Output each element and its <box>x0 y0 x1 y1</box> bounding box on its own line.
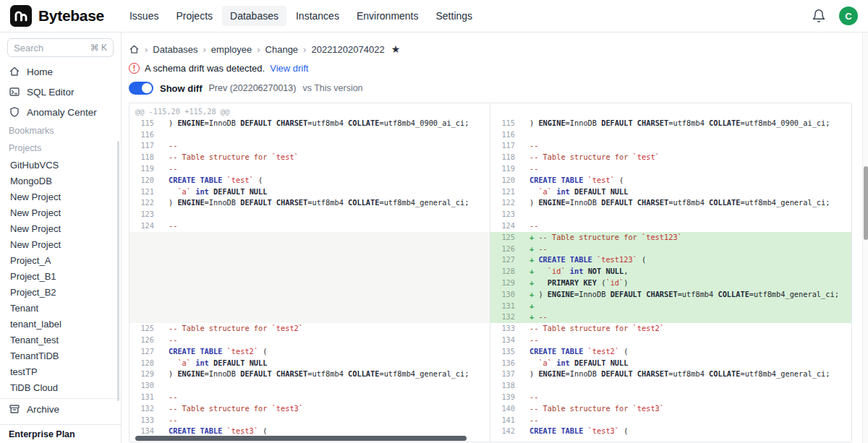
vs-this-version-label: vs This version <box>302 83 362 93</box>
line-number: 132 <box>490 311 522 323</box>
diff-horizontal-scrollbar[interactable] <box>129 434 851 442</box>
sidebar-item-sql-editor[interactable]: SQL Editor <box>0 82 121 102</box>
project-item-testtp[interactable]: testTP <box>0 364 121 379</box>
sidebar: Search ⌘ K HomeSQL EditorAnomaly Center … <box>0 33 122 443</box>
page-scrollbar-thumb[interactable] <box>864 166 868 240</box>
project-item-project-a[interactable]: Project_A <box>0 252 121 268</box>
home-icon <box>9 66 20 77</box>
schema-diff-panel: @@ -115,20 +115,28 @@115) ENGINE=InnoDB … <box>129 103 852 442</box>
line-number: 140 <box>490 403 522 415</box>
diff-context-line: 125-- Table structure for `test2` <box>129 323 490 335</box>
breadcrumb-item-20221202074022[interactable]: 20221202074022 <box>311 44 384 55</box>
sidebar-item-anomaly-center[interactable]: Anomaly Center <box>0 102 121 122</box>
diff-horizontal-scrollbar-thumb[interactable] <box>135 436 467 441</box>
code-text: -- <box>161 163 490 175</box>
code-text: ) ENGINE=InnoDB DEFAULT CHARSET=utf8mb4 … <box>161 197 490 209</box>
view-drift-link[interactable]: View drift <box>270 63 308 74</box>
diff-context-line: 117-- <box>490 140 851 152</box>
sidebar-item-label: SQL Editor <box>27 87 75 98</box>
line-number: 123 <box>490 209 522 220</box>
bookmark-star-icon[interactable]: ★ <box>391 43 401 55</box>
diff-context-line: 119-- <box>490 163 851 175</box>
diff-pane-left: @@ -115,20 +115,28 @@115) ENGINE=InnoDB … <box>129 103 490 442</box>
diff-context-line: 136 `a` int DEFAULT NULL <box>490 358 851 369</box>
diff-added-line: 130+ ) ENGINE=InnoDB DEFAULT CHARSET=utf… <box>490 289 851 301</box>
diff-context-line: 120CREATE TABLE `test` ( <box>490 175 851 186</box>
project-item-tenant-label[interactable]: tenant_label <box>0 316 121 332</box>
sidebar-item-label: Archive <box>27 404 59 415</box>
project-item-tenant-test[interactable]: Tenant_test <box>0 332 121 348</box>
project-item-new-project[interactable]: New Project <box>0 220 121 236</box>
breadcrumb-item-employee[interactable]: employee <box>211 44 252 55</box>
diff-context-line: 120CREATE TABLE `test` ( <box>129 175 490 186</box>
page-scrollbar[interactable] <box>862 33 868 443</box>
breadcrumb-item-change[interactable]: Change <box>265 44 299 55</box>
breadcrumb-item-databases[interactable]: Databases <box>153 44 197 55</box>
nav-item-environments[interactable]: Environments <box>349 6 427 26</box>
nav-item-settings[interactable]: Settings <box>428 6 481 26</box>
schema-drift-alert: ! A schema drift was detected. View drif… <box>129 63 868 74</box>
line-number: 122 <box>490 197 522 209</box>
project-item-project-b2[interactable]: Project_B2 <box>0 284 121 300</box>
sql-editor-icon <box>9 86 20 98</box>
code-text: + PRIMARY KEY (`id`) <box>522 278 851 289</box>
show-diff-toggle[interactable] <box>129 82 153 95</box>
line-number: 141 <box>490 415 522 426</box>
code-text: ) ENGINE=InnoDB DEFAULT CHARSET=utf8mb4 … <box>522 197 851 209</box>
line-number: 117 <box>490 140 522 152</box>
filler <box>129 244 490 255</box>
sidebar-item-archive[interactable]: Archive <box>0 399 121 419</box>
bytebase-logo[interactable]: Bytebase <box>10 5 104 27</box>
diff-gap-filler <box>129 311 490 323</box>
prev-version-label[interactable]: Prev (202206270013) <box>209 83 297 93</box>
nav-item-issues[interactable]: Issues <box>122 6 166 26</box>
filler <box>129 311 490 323</box>
project-item-new-project[interactable]: New Project <box>0 236 121 252</box>
search-input[interactable]: Search ⌘ K <box>7 38 114 57</box>
search-placeholder: Search <box>14 43 86 53</box>
notifications-bell-icon[interactable] <box>812 9 826 23</box>
line-number: 115 <box>129 118 161 129</box>
line-number: 121 <box>129 186 161 198</box>
diff-context-line: 126-- <box>129 335 490 346</box>
project-item-mongodb[interactable]: MongoDB <box>0 173 121 189</box>
diff-context-line: 122) ENGINE=InnoDB DEFAULT CHARSET=utf8m… <box>129 197 490 209</box>
diff-context-line: 119-- <box>129 163 490 175</box>
main-content: ›Databases›employee›Change›2022120207402… <box>122 33 868 443</box>
diff-gap-filler <box>129 278 490 289</box>
sidebar-sections: BookmarksProjectsGitHubVCSMongoDBNew Pro… <box>0 122 121 395</box>
user-avatar[interactable]: C <box>839 7 858 25</box>
code-text: `a` int DEFAULT NULL <box>522 358 851 369</box>
code-text: -- Table structure for `test` <box>522 152 851 163</box>
code-text: -- <box>161 220 490 232</box>
sidebar-scrollbar[interactable] <box>117 141 119 401</box>
filler <box>129 232 490 244</box>
diff-context-line: 138 <box>490 380 851 392</box>
line-number: 131 <box>129 392 161 403</box>
breadcrumb-separator: › <box>203 44 206 55</box>
project-item-githubvcs[interactable]: GitHubVCS <box>0 157 121 173</box>
app-layout: Search ⌘ K HomeSQL EditorAnomaly Center … <box>0 33 868 443</box>
nav-item-databases[interactable]: Databases <box>222 6 286 26</box>
project-item-new-project[interactable]: New Project <box>0 189 121 205</box>
project-item-project-b1[interactable]: Project_B1 <box>0 268 121 284</box>
diff-added-line: 129+ PRIMARY KEY (`id`) <box>490 278 851 289</box>
breadcrumb-items: ›Databases›employee›Change›2022120207402… <box>145 44 385 55</box>
show-diff-label: Show diff <box>160 83 203 94</box>
diff-context-line: 116 <box>490 129 851 141</box>
project-item-new-project[interactable]: New Project <box>0 205 121 220</box>
diff-context-line: 131-- <box>129 392 490 403</box>
project-item-tidb-cloud[interactable]: TiDB Cloud <box>0 379 121 395</box>
diff-context-line: 118-- Table structure for `test` <box>129 152 490 163</box>
home-icon[interactable] <box>129 44 140 55</box>
line-number: 120 <box>490 175 522 186</box>
nav-item-instances[interactable]: Instances <box>288 6 347 26</box>
nav-item-projects[interactable]: Projects <box>168 6 221 26</box>
line-number: 124 <box>490 220 522 232</box>
project-item-tenant[interactable]: Tenant <box>0 300 121 316</box>
alert-exclamation-icon: ! <box>129 63 140 74</box>
line-number: 124 <box>129 220 161 232</box>
diff-blank-filler <box>490 106 851 118</box>
project-item-tenanttidb[interactable]: TenantTiDB <box>0 348 121 364</box>
sidebar-item-home[interactable]: Home <box>0 61 121 82</box>
